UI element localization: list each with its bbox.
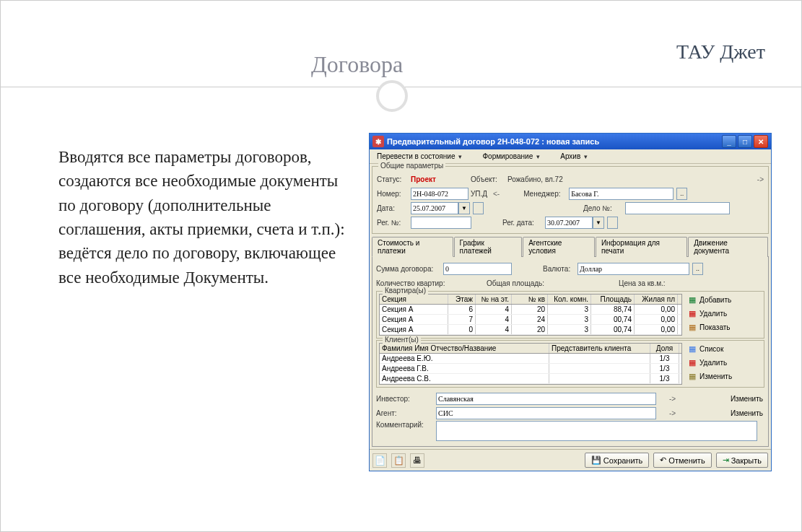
bottom-bar: 📄 📋 🖶 💾Сохранить ↶Отменить ⇥Закрыть — [370, 449, 771, 471]
regdate-clear-button[interactable] — [607, 217, 618, 229]
delete-icon: ▦ — [687, 308, 697, 318]
apt-delete-button[interactable]: ▦Удалить — [686, 308, 733, 319]
table-row[interactable]: Андреева С.В.1/3 — [380, 374, 681, 384]
menu-forming-label: Формирование — [482, 152, 533, 160]
apt-add-label: Добавить — [699, 296, 731, 304]
status-value: Проект — [411, 175, 468, 183]
currency-field[interactable] — [577, 263, 689, 275]
manager-field[interactable] — [569, 188, 674, 200]
tab-docflow[interactable]: Движение документа — [688, 237, 768, 257]
apt-show-button[interactable]: ▦Показать — [686, 321, 733, 333]
investor-arrow[interactable]: -> — [669, 395, 676, 403]
dealnum-field[interactable] — [625, 202, 730, 214]
body-text: Вводятся все параметры договоров, создаю… — [58, 145, 354, 289]
table-row[interactable]: Секция А6420388,740,00 — [380, 305, 681, 315]
tool-print-icon[interactable]: 🖶 — [410, 453, 424, 468]
regdate-picker-button[interactable]: ▼ — [593, 217, 604, 229]
object-label: Объект: — [471, 175, 505, 183]
sum-label: Сумма договора: — [376, 265, 441, 273]
comment-field[interactable] — [436, 421, 757, 441]
minimize-button[interactable]: _ — [722, 135, 736, 148]
cli-edit-button[interactable]: ▦Изменить — [686, 370, 733, 382]
menu-forming[interactable]: Формирование — [479, 152, 543, 161]
col-num-on-floor: № на эт. — [476, 295, 512, 304]
window-title: Предварительный договор 2H-048-072 : нов… — [387, 137, 599, 146]
cli-del-label: Удалить — [699, 359, 727, 367]
col-apt-num: № кв — [512, 295, 548, 304]
object-value: Рожабино, вл.72 — [507, 175, 563, 183]
apartments-group: Квартира(ы) Секция Этаж № на эт. № кв Ко… — [376, 291, 764, 339]
menu-state[interactable]: Перевести в состояние — [374, 152, 465, 161]
status-label: Статус: — [377, 175, 409, 183]
currency-lookup-button[interactable]: .. — [692, 263, 703, 275]
delete-icon: ▦ — [687, 357, 697, 367]
table-row[interactable]: Секция А0420300,740,00 — [380, 325, 681, 335]
clients-grid[interactable]: Фамилия Имя Отчество/Название Представит… — [379, 343, 682, 385]
tab-print[interactable]: Информация для печати — [596, 237, 687, 257]
cancel-button[interactable]: ↶Отменить — [653, 453, 711, 468]
tool-new-icon[interactable]: 📄 — [372, 453, 387, 468]
object-arrow[interactable]: -> — [757, 175, 764, 183]
col-share: Доля — [650, 344, 679, 353]
date-label: Дата: — [377, 204, 409, 212]
investor-label: Инвестор: — [376, 395, 434, 403]
regdate-field[interactable] — [545, 217, 593, 229]
cancel-label: Отменить — [668, 456, 705, 465]
apt-side-buttons: ▦Добавить ▦Удалить ▦Показать — [686, 294, 733, 336]
decorative-circle — [376, 80, 408, 112]
page-title: Договора — [311, 51, 403, 78]
investor-edit-button[interactable]: Изменить — [729, 394, 764, 404]
close-button[interactable]: ✕ — [754, 135, 768, 148]
date-clear-button[interactable] — [473, 202, 484, 214]
agent-field[interactable] — [436, 407, 656, 419]
cli-edit-label: Изменить — [699, 372, 732, 380]
apt-grid-header: Секция Этаж № на эт. № кв Кол. комн. Пло… — [380, 295, 681, 305]
table-row[interactable]: Андреева Г.В.1/3 — [380, 364, 681, 374]
inv-edit-label: Изменить — [731, 395, 763, 403]
table-row[interactable]: Секция А7424300,740,00 — [380, 315, 681, 325]
cli-side-buttons: ▦Список ▦Удалить ▦Изменить — [686, 343, 733, 385]
col-area: Площадь — [591, 295, 635, 304]
clients-legend: Клиент(ы) — [383, 336, 421, 344]
apartments-grid[interactable]: Секция Этаж № на эт. № кв Кол. комн. Пло… — [379, 294, 682, 336]
col-living-area: Жилая пл — [635, 295, 678, 304]
cli-list-button[interactable]: ▦Список — [686, 343, 733, 354]
cli-delete-button[interactable]: ▦Удалить — [686, 357, 733, 368]
save-label: Сохранить — [603, 456, 643, 465]
exit-icon: ⇥ — [723, 455, 729, 465]
close-window-button[interactable]: ⇥Закрыть — [716, 453, 768, 468]
aptcount-label: Количество квартир: — [376, 279, 463, 287]
edit-icon: ▦ — [687, 371, 697, 381]
tab-agent[interactable]: Агентские условия — [523, 237, 595, 257]
disk-icon: 💾 — [591, 455, 601, 465]
currency-label: Валюта: — [543, 265, 575, 273]
tool-copy-icon[interactable]: 📋 — [391, 453, 406, 468]
menu-archive-label: Архив — [560, 152, 580, 160]
tab-schedule[interactable]: График платежей — [454, 237, 523, 257]
menu-archive[interactable]: Архив — [557, 152, 590, 161]
manager-lookup-button[interactable]: .. — [676, 188, 687, 200]
common-legend: Общие параметры — [378, 162, 445, 170]
table-row[interactable]: Андреева Е.Ю.1/3 — [380, 354, 681, 364]
number-field[interactable] — [411, 188, 468, 200]
tab-cost[interactable]: Стоимость и платежи — [372, 237, 453, 257]
agent-edit-button[interactable]: Изменить — [729, 409, 764, 418]
col-rooms: Кол. комн. — [548, 295, 591, 304]
apt-del-label: Удалить — [699, 310, 727, 318]
date-field[interactable] — [411, 202, 458, 214]
investor-field[interactable] — [436, 393, 656, 405]
tab-strip: Стоимость и платежи График платежей Аген… — [372, 236, 769, 257]
dealnum-label: Дело №: — [583, 204, 623, 212]
totalarea-label: Общая площадь: — [487, 279, 559, 287]
regnum-field[interactable] — [411, 217, 471, 229]
save-button[interactable]: 💾Сохранить — [585, 453, 650, 468]
apt-add-button[interactable]: ▦Добавить — [686, 294, 733, 305]
sum-field[interactable] — [443, 263, 512, 275]
agent-arrow[interactable]: -> — [669, 409, 676, 417]
maximize-button[interactable]: □ — [738, 135, 752, 148]
app-icon: ✱ — [372, 136, 384, 147]
pd-arrow[interactable]: <- — [493, 190, 500, 198]
date-picker-button[interactable]: ▼ — [458, 202, 470, 214]
common-group: Общие параметры Статус: Проект Объект: Р… — [372, 166, 769, 234]
manager-label: Менеджер: — [523, 190, 567, 198]
